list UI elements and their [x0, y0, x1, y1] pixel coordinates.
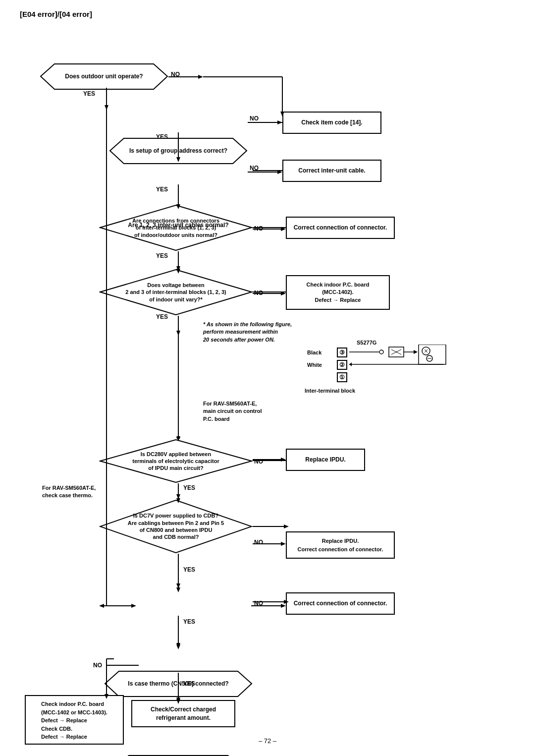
- svg-marker-61: [349, 362, 352, 366]
- page-title: [E04 error]/[04 error]: [20, 10, 525, 18]
- check-indoor-pc-node: Check indoor P.C. board(MCC-1402).Defect…: [286, 275, 390, 310]
- does-outdoor-no-label: NO: [171, 71, 180, 78]
- dc7v-cdb-node: Is DC7V power supplied to CDB?Are cablin…: [99, 499, 253, 554]
- dc280v-label: Is DC280V applied betweenterminals of el…: [130, 448, 221, 474]
- correct-connector1-node: Correct connection of connector.: [286, 217, 395, 239]
- svg-marker-36: [131, 604, 136, 608]
- svg-marker-9: [277, 170, 282, 174]
- connections-normal-yes: YES: [156, 252, 168, 259]
- rav-sm560-note2: For RAV-SM560AT-E,check case thermo.: [42, 484, 131, 500]
- circle2-label: ②: [337, 360, 347, 370]
- dc7v-cdb-label: Is DC7V power supplied to CDB?Are cablin…: [125, 510, 226, 543]
- setup-group-node: Is setup of group address correct?: [109, 137, 248, 165]
- does-outdoor-label: Does outdoor unit operate?: [65, 73, 143, 81]
- svg-marker-34: [176, 643, 180, 648]
- voltage-between-node: Does voltage between2 and 3 of inter-ter…: [99, 269, 253, 316]
- correct-inter-unit-node: Correct inter-unit cable.: [282, 160, 381, 182]
- rav-sm560-note1: For RAV-SM560AT-E,main circuit on contro…: [203, 400, 317, 423]
- circle3-label: ③: [337, 348, 347, 357]
- case-thermo-connected-no: NO: [254, 600, 263, 607]
- page: [E04 error]/[04 error]: [0, 0, 535, 756]
- check-indoor-pc2-node: Check indoor P.C. board(MCC-1402 or MCC-…: [25, 695, 124, 745]
- case-thermo-connected-node: Is case thermo (CN500) connected?: [104, 670, 253, 698]
- svg-marker-5: [277, 120, 282, 124]
- svg-marker-25: [176, 494, 180, 499]
- terminal-diagram-svg: [349, 345, 448, 384]
- setup-group-yes: YES: [156, 133, 168, 140]
- dc7v-cdb-no: NO: [254, 539, 263, 546]
- replace-ipdu2-label: Replace IPDU.Correct connection of conne…: [298, 537, 383, 553]
- svg-marker-19: [176, 331, 180, 336]
- replace-ipdu1-label: Replace IPDU.: [305, 456, 345, 464]
- inter-unit-cables-no: NO: [250, 165, 259, 172]
- black-label: Black: [307, 349, 321, 355]
- svg-marker-23: [281, 458, 286, 462]
- check-item-code-label: Check item code [14].: [301, 119, 362, 127]
- svg-marker-13: [281, 227, 286, 231]
- setup-group-label: Is setup of group address correct?: [129, 147, 227, 155]
- svg-point-48: [379, 350, 383, 354]
- svg-marker-3: [105, 105, 108, 110]
- dc280v-yes: YES: [183, 484, 195, 491]
- correct-inter-unit-label: Correct inter-unit cable.: [298, 167, 365, 175]
- inter-terminal-block-label: Inter-terminal block: [305, 388, 355, 394]
- check-item-code-node: Check item code [14].: [282, 112, 381, 134]
- correct-connector1-label: Correct connection of connector.: [294, 224, 387, 232]
- svg-marker-30: [176, 583, 180, 588]
- svg-marker-53: [414, 350, 418, 354]
- correct-connector2-label: Correct connection of connector.: [294, 600, 387, 608]
- setup-group-no: NO: [250, 115, 259, 122]
- svg-rect-54: [419, 345, 446, 364]
- voltage-between-no: NO: [254, 290, 263, 296]
- svg-marker-91: [176, 587, 180, 592]
- svg-marker-17: [281, 291, 286, 295]
- case-thermo-connected-yes: YES: [183, 618, 195, 625]
- check-charged-label: Check/Correct chargedrefrigerant amount.: [151, 705, 216, 722]
- star-note: * As shown in the following figure,perfo…: [203, 321, 342, 344]
- svg-marker-89: [284, 524, 289, 528]
- does-outdoor-node: Does outdoor unit operate?: [40, 63, 168, 90]
- replace-ipdu1-node: Replace IPDU.: [286, 449, 365, 471]
- dc280v-node: Is DC280V applied betweenterminals of el…: [99, 439, 253, 483]
- white-label: White: [307, 362, 322, 368]
- connections-normal-label: Are connections from connectorsof inter-…: [130, 215, 222, 241]
- does-outdoor-yes-label: YES: [83, 90, 95, 97]
- flowchart: Does outdoor unit operate? NO YES Is set…: [10, 23, 525, 727]
- check-charged-node: Check/Correct chargedrefrigerant amount.: [131, 700, 235, 727]
- dc7v-cdb-yes: YES: [183, 566, 195, 573]
- connections-normal-no: NO: [254, 225, 263, 232]
- voltage-between-yes: YES: [156, 313, 168, 320]
- svg-marker-95: [176, 644, 180, 649]
- voltage-between-label: Does voltage between2 and 3 of inter-ter…: [123, 279, 229, 305]
- svg-marker-87: [99, 604, 104, 608]
- svg-marker-28: [281, 542, 286, 546]
- svg-marker-1: [198, 75, 203, 79]
- case-thermo-connected-label: Is case thermo (CN500) connected?: [128, 680, 228, 688]
- circle1-label: ①: [337, 372, 347, 382]
- check-indoor-pc2-label: Check indoor P.C. board(MCC-1402 or MCC-…: [41, 700, 107, 741]
- correct-connector2-node: Correct connection of connector.: [286, 592, 395, 615]
- inter-unit-cables-yes: YES: [156, 186, 168, 193]
- check-indoor-pc-label: Check indoor P.C. board(MCC-1402).Defect…: [307, 281, 370, 304]
- replace-ipdu2-node: Replace IPDU.Correct connection of conne…: [286, 531, 395, 559]
- case-thermo-operate-no: NO: [93, 662, 102, 669]
- connections-normal-node: Are connections from connectorsof inter-…: [99, 204, 253, 251]
- svg-marker-32: [281, 604, 286, 608]
- dc280v-no: NO: [254, 458, 263, 465]
